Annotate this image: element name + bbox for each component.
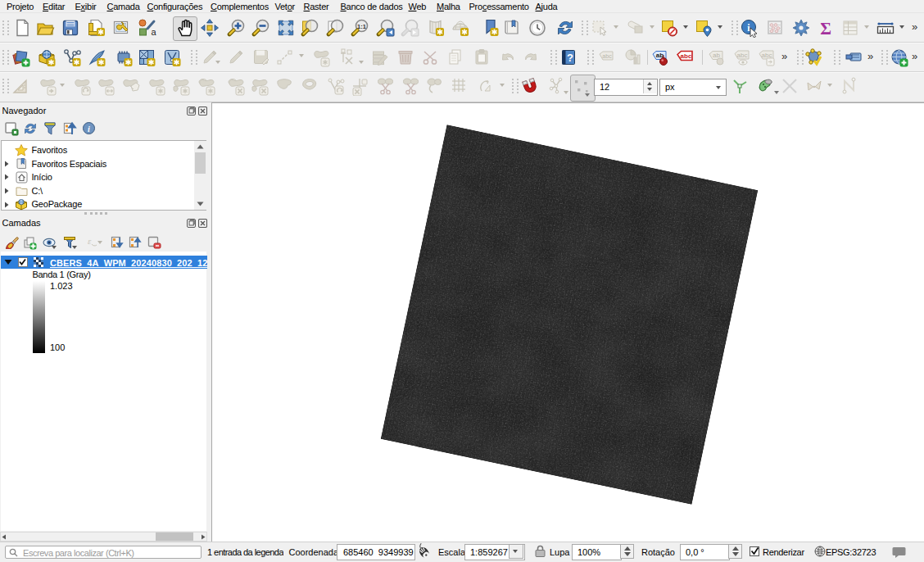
- svg-text:abc: abc: [602, 53, 612, 59]
- svg-text:1:1: 1:1: [357, 23, 366, 30]
- svg-text:abc: abc: [737, 52, 748, 59]
- svg-text:abc: abc: [762, 52, 772, 59]
- svg-text:i: i: [88, 125, 90, 134]
- svg-text:a: a: [152, 27, 157, 37]
- svg-text:ε: ε: [88, 236, 92, 246]
- svg-text:?: ?: [567, 52, 573, 64]
- svg-text:abc: abc: [681, 52, 692, 60]
- svg-text:Σ: Σ: [820, 19, 831, 39]
